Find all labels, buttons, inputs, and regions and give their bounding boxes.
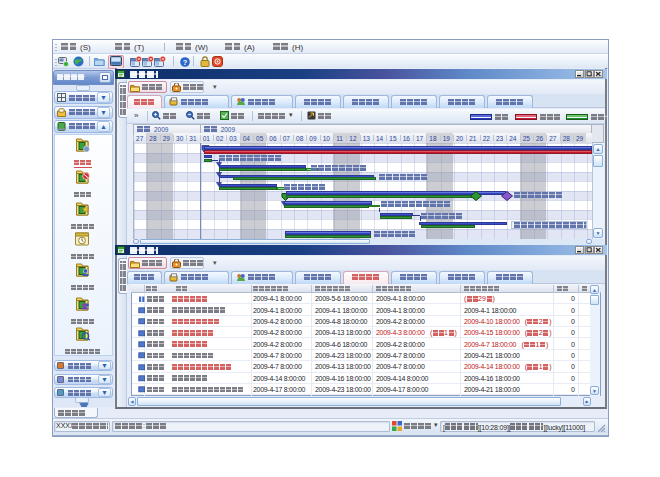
svg-text:?: ? <box>183 58 188 67</box>
